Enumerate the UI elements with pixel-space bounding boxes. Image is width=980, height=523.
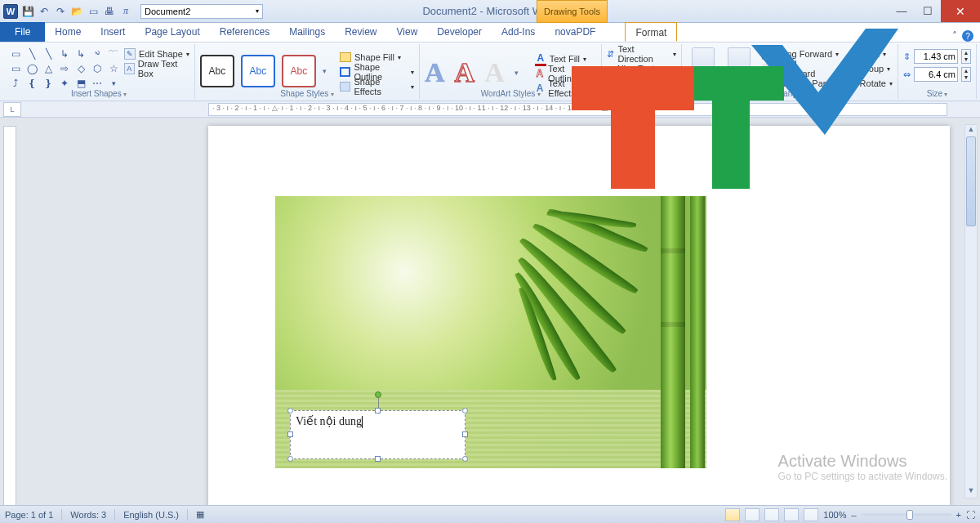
qat-open-icon[interactable]: 📂 xyxy=(70,5,83,18)
shape-more-icon[interactable]: ⋯ xyxy=(90,77,105,90)
view-outline[interactable] xyxy=(784,508,799,521)
wordart-preset-3[interactable]: A xyxy=(484,57,505,88)
view-web-layout[interactable] xyxy=(764,508,779,521)
status-page[interactable]: Page: 1 of 1 xyxy=(5,510,53,520)
shape-plus-icon[interactable]: ✦ xyxy=(57,77,72,90)
status-language[interactable]: English (U.S.) xyxy=(123,510,179,520)
shape-style-preset-2[interactable]: Abc xyxy=(241,55,275,87)
resize-handle-n[interactable] xyxy=(375,408,381,413)
scroll-up-icon[interactable]: ▲ xyxy=(965,125,977,136)
shape-scribble-icon[interactable]: ﹋ xyxy=(106,47,121,60)
resize-handle-sw[interactable] xyxy=(287,456,293,462)
shape-callout-icon[interactable]: ⬒ xyxy=(74,77,88,90)
resize-handle-se[interactable] xyxy=(462,456,468,462)
help-icon[interactable]: ? xyxy=(962,30,973,42)
tab-novapdf[interactable]: novaPDF xyxy=(545,22,605,42)
shape-line-icon[interactable]: ╲ xyxy=(24,47,39,60)
selection-pane-button[interactable]: ▤Selection Pane xyxy=(761,77,841,90)
draw-text-box-button[interactable]: ADraw Text Box xyxy=(124,62,189,75)
shape-brace2-icon[interactable]: ❵ xyxy=(41,77,56,90)
shape-curve-icon[interactable]: ⤴ xyxy=(8,77,23,90)
resize-handle-ne[interactable] xyxy=(462,408,468,413)
wordart-more-icon[interactable]: ▾ xyxy=(514,69,519,77)
align-text-button[interactable]: ≡Align Text ▾ xyxy=(607,62,675,75)
maximize-button[interactable]: ☐ xyxy=(915,0,941,22)
rotate-button[interactable]: ⟳Rotate ▾ xyxy=(849,77,893,90)
wordart-preset-1[interactable]: A xyxy=(425,57,445,88)
qat-undo-icon[interactable]: ↶ xyxy=(38,5,51,18)
tab-home[interactable]: Home xyxy=(45,22,91,42)
shape-diamond-icon[interactable]: ◇ xyxy=(74,62,88,75)
shape-brace-icon[interactable]: ❴ xyxy=(24,77,39,90)
resize-handle-s[interactable] xyxy=(375,456,381,462)
qat-new-icon[interactable]: ▭ xyxy=(87,5,100,18)
minimize-button[interactable]: — xyxy=(889,0,915,22)
resize-handle-e[interactable] xyxy=(462,431,468,437)
send-backward-button[interactable]: ⬜Send Backward ▾ xyxy=(761,62,841,75)
status-words[interactable]: Words: 3 xyxy=(70,510,106,520)
view-print-layout[interactable] xyxy=(725,508,740,521)
status-macro-icon[interactable]: ▦ xyxy=(196,509,204,520)
shape-hex-icon[interactable]: ⬡ xyxy=(90,62,105,75)
width-input[interactable] xyxy=(914,67,958,82)
tab-mailings[interactable]: Mailings xyxy=(279,22,335,42)
width-stepper[interactable]: ▲▼ xyxy=(961,67,971,82)
horizontal-ruler[interactable]: · 3 · ı · 2 · ı · 1 · ı · △· ı · 1 · ı ·… xyxy=(208,103,947,116)
vertical-ruler[interactable] xyxy=(3,126,16,523)
shape-style-preset-1[interactable]: Abc xyxy=(200,55,234,87)
tab-file[interactable]: File xyxy=(0,22,45,42)
shape-connector2-icon[interactable]: ↳ xyxy=(74,47,88,60)
tab-view[interactable]: View xyxy=(387,22,428,42)
shape-freeform-icon[interactable]: ༄ xyxy=(90,47,105,60)
minimize-ribbon-icon[interactable]: ˄ xyxy=(952,30,957,42)
shape-star-icon[interactable]: ☆ xyxy=(106,62,121,75)
text-direction-button[interactable]: ⇵Text Direction ▾ xyxy=(607,47,675,60)
zoom-in-button[interactable]: + xyxy=(956,510,961,520)
qat-print-icon[interactable]: 🖶 xyxy=(103,5,116,18)
shape-connector-icon[interactable]: ↳ xyxy=(57,47,72,60)
tab-page-layout[interactable]: Page Layout xyxy=(135,22,209,42)
shape-oval-icon[interactable]: ◯ xyxy=(24,62,39,75)
tab-addins[interactable]: Add-Ins xyxy=(492,22,545,42)
height-input[interactable] xyxy=(914,49,958,64)
wordart-preset-2[interactable]: A xyxy=(455,57,475,88)
shape-line2-icon[interactable]: ╲ xyxy=(41,47,56,60)
zoom-level[interactable]: 100% xyxy=(823,510,846,520)
scroll-down-icon[interactable]: ▼ xyxy=(965,486,977,498)
tab-format[interactable]: Format xyxy=(625,22,677,42)
page[interactable]: Viết nội dung xyxy=(208,126,950,523)
shape-style-more-icon[interactable]: ▾ xyxy=(323,67,327,75)
shape-textbox-icon[interactable]: ▭ xyxy=(8,47,23,60)
word-app-icon[interactable]: W xyxy=(3,4,18,19)
tab-review[interactable]: Review xyxy=(335,22,386,42)
vertical-scrollbar[interactable]: ▲ ▼ xyxy=(964,124,978,498)
qat-save-icon[interactable]: 💾 xyxy=(21,5,34,18)
group-button[interactable]: ⧉Group ▾ xyxy=(849,62,893,75)
height-stepper[interactable]: ▲▼ xyxy=(961,49,971,64)
tab-references[interactable]: References xyxy=(210,22,279,42)
rotate-handle[interactable] xyxy=(375,391,381,398)
text-box[interactable]: Viết nội dung xyxy=(290,410,466,459)
close-button[interactable]: ✕ xyxy=(941,0,980,22)
shape-rect-icon[interactable]: ▭ xyxy=(8,62,23,75)
shape-style-preset-3[interactable]: Abc xyxy=(282,55,316,87)
document-selector[interactable]: Document2▾ xyxy=(140,4,263,19)
tab-developer[interactable]: Developer xyxy=(427,22,492,42)
zoom-slider[interactable] xyxy=(862,513,951,516)
tab-insert[interactable]: Insert xyxy=(91,22,135,42)
text-box-content[interactable]: Viết nội dung xyxy=(296,415,362,427)
scroll-thumb[interactable] xyxy=(966,136,976,226)
resize-handle-w[interactable] xyxy=(287,431,293,437)
resize-handle-nw[interactable] xyxy=(287,408,293,413)
view-draft[interactable] xyxy=(804,508,818,521)
full-screen-icon[interactable]: ⛶ xyxy=(966,510,975,520)
qat-redo-icon[interactable]: ↷ xyxy=(54,5,67,18)
qat-pi-icon[interactable]: π xyxy=(119,5,132,18)
align-button[interactable]: ⊟Align ▾ xyxy=(849,47,893,60)
shape-more-dropdown-icon[interactable]: ▾ xyxy=(106,77,121,90)
view-full-screen[interactable] xyxy=(745,508,760,521)
zoom-out-button[interactable]: – xyxy=(851,510,856,520)
tab-selector[interactable]: L xyxy=(3,102,21,117)
shape-arrow-icon[interactable]: ⇨ xyxy=(57,62,72,75)
shapes-gallery[interactable]: ▭╲╲↳↳༄﹋ ▭◯△⇨◇⬡☆ ⤴❴❵✦⬒⋯▾ xyxy=(8,47,121,90)
